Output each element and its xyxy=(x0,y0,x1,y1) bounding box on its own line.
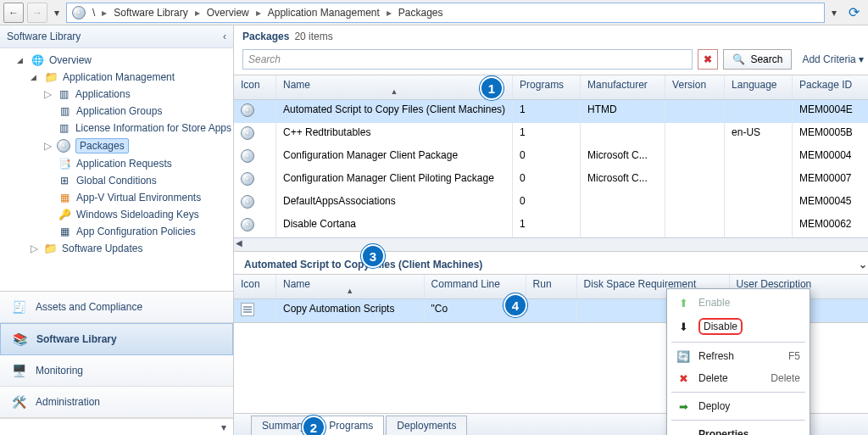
tree-overview[interactable]: 🌐Overview xyxy=(17,52,233,69)
deploy-icon: ➡ xyxy=(676,399,690,413)
col-package-id[interactable]: Package ID xyxy=(793,75,868,99)
blank-icon xyxy=(676,427,690,435)
license-icon: ▥ xyxy=(58,121,70,135)
tab-programs[interactable]: Programs xyxy=(318,415,384,435)
folder-icon: 📁 xyxy=(43,242,57,255)
table-row[interactable]: DefaultAppsAssociations0MEM00045 xyxy=(234,192,868,215)
tree-packages[interactable]: Packages xyxy=(44,137,233,155)
tree-license-info[interactable]: ▥License Information for Store Apps xyxy=(44,120,233,137)
callout-1: 1 xyxy=(480,76,504,100)
breadcrumb[interactable]: Application Management xyxy=(264,5,383,20)
tab-deployments[interactable]: Deployments xyxy=(386,415,467,435)
chevron-down-icon: ▾ xyxy=(856,53,864,65)
col-run[interactable]: Run xyxy=(526,275,577,298)
chevron-right-icon: ▸ xyxy=(387,7,392,19)
packages-header: Packages 20 items xyxy=(234,25,868,47)
col-language[interactable]: Language xyxy=(725,75,793,99)
left-sidebar: Software Library ‹ 🌐Overview 📁Applicatio… xyxy=(0,25,234,435)
search-button[interactable]: 🔍Search xyxy=(723,49,792,70)
sort-asc-icon: ▲ xyxy=(283,87,505,96)
package-icon xyxy=(241,195,254,209)
breadcrumb[interactable]: \ xyxy=(89,5,98,20)
table-row[interactable]: Configuration Manager Client Package0Mic… xyxy=(234,146,868,169)
tree-app-management[interactable]: 📁Application Management xyxy=(31,69,233,86)
menu-separator xyxy=(671,420,805,421)
menu-deploy[interactable]: ➡Deploy xyxy=(670,395,807,417)
collapse-detail-icon[interactable]: ⌄ xyxy=(859,259,867,270)
packages-count: 20 items xyxy=(294,31,332,42)
nav-tree: 🌐Overview 📁Application Management ▥Appli… xyxy=(0,48,233,291)
breadcrumb[interactable]: Overview xyxy=(203,5,253,20)
tree-software-updates[interactable]: 📁Software Updates xyxy=(31,240,233,257)
shortcut-label: F5 xyxy=(788,350,800,362)
menu-delete[interactable]: ✖DeleteDelete xyxy=(670,367,807,389)
folder-icon: 📁 xyxy=(44,70,58,84)
packages-grid: Icon Name▲ Programs Manufacturer Version… xyxy=(234,75,868,252)
package-icon xyxy=(72,6,86,20)
admin-icon: 🛠️ xyxy=(10,393,27,410)
workspace-switcher: 🧾Assets and Compliance 📚Software Library… xyxy=(0,291,233,435)
menu-enable: ⬆Enable xyxy=(670,292,807,314)
forward-button[interactable]: → xyxy=(27,3,47,23)
menu-properties[interactable]: Properties xyxy=(670,423,807,435)
col-name[interactable]: Name▲ xyxy=(276,275,425,298)
packages-title: Packages xyxy=(242,31,289,42)
tree-appv[interactable]: ▦App-V Virtual Environments xyxy=(44,189,233,206)
package-icon xyxy=(241,149,254,163)
tree-app-groups[interactable]: ▥Application Groups xyxy=(44,103,233,120)
search-icon: 🔍 xyxy=(732,53,745,65)
refresh-icon[interactable]: ⟳ xyxy=(843,4,865,20)
collapse-icon[interactable]: ‹ xyxy=(223,31,226,42)
package-icon xyxy=(241,126,254,140)
callout-2: 2 xyxy=(302,415,326,435)
horizontal-scrollbar[interactable] xyxy=(234,237,868,251)
chevron-right-icon: ▸ xyxy=(102,7,107,19)
table-row[interactable]: Configuration Manager Client Piloting Pa… xyxy=(234,169,868,192)
col-programs[interactable]: Programs xyxy=(513,75,581,99)
col-version[interactable]: Version xyxy=(665,75,725,99)
chevron-right-icon: ▸ xyxy=(195,7,200,19)
address-bar[interactable]: \ ▸ Software Library ▸ Overview ▸ Applic… xyxy=(66,3,825,23)
key-icon: 🔑 xyxy=(58,208,71,221)
back-button[interactable]: ← xyxy=(3,3,24,23)
requests-icon: 📑 xyxy=(58,157,71,170)
delete-icon: ✖ xyxy=(676,371,690,385)
workspace-software-library[interactable]: 📚Software Library xyxy=(0,323,233,355)
search-input[interactable]: Search xyxy=(242,49,693,70)
workspace-footer[interactable]: ▾ xyxy=(0,418,233,435)
monitor-icon: 🖥️ xyxy=(10,362,27,379)
refresh-icon: 🔄 xyxy=(676,349,690,363)
assets-icon: 🧾 xyxy=(10,298,27,315)
table-row[interactable]: Disable Cortana1MEM00062 xyxy=(234,215,868,237)
workspace-assets[interactable]: 🧾Assets and Compliance xyxy=(0,292,233,323)
col-icon[interactable]: Icon xyxy=(234,75,276,99)
tree-global-conditions[interactable]: ⊞Global Conditions xyxy=(44,172,233,189)
col-manufacturer[interactable]: Manufacturer xyxy=(581,75,665,99)
tree-sideloading[interactable]: 🔑Windows Sideloading Keys xyxy=(44,206,233,223)
package-icon xyxy=(241,218,254,231)
detail-title: Automated Script to Copy Files (Client M… xyxy=(234,252,868,274)
menu-refresh[interactable]: 🔄RefreshF5 xyxy=(670,345,807,367)
menu-disable[interactable]: ⬇Disable xyxy=(670,314,807,339)
tree-app-config[interactable]: ▦App Configuration Policies xyxy=(44,223,233,240)
clear-search-button[interactable]: ✖ xyxy=(698,49,718,70)
menu-separator xyxy=(671,342,805,343)
workspace-monitoring[interactable]: 🖥️Monitoring xyxy=(0,355,233,387)
address-dropdown[interactable]: ▾ xyxy=(828,7,840,19)
package-icon xyxy=(241,103,254,117)
table-row[interactable]: Automated Script to Copy Files (Client M… xyxy=(234,100,868,123)
col-name[interactable]: Name▲ xyxy=(276,75,513,99)
breadcrumb[interactable]: Packages xyxy=(395,5,447,20)
table-row[interactable]: C++ Redtributables1en-USMEM0005B xyxy=(234,123,868,146)
workspace-administration[interactable]: 🛠️Administration xyxy=(0,387,233,418)
history-dropdown[interactable]: ▾ xyxy=(51,7,63,19)
top-navbar: ← → ▾ \ ▸ Software Library ▸ Overview ▸ … xyxy=(0,0,868,25)
tree-applications[interactable]: ▥Applications xyxy=(44,86,233,103)
context-menu: ⬆Enable ⬇Disable 🔄RefreshF5 ✖DeleteDelet… xyxy=(666,288,810,435)
col-icon[interactable]: Icon xyxy=(234,275,276,298)
program-icon xyxy=(241,303,254,316)
breadcrumb[interactable]: Software Library xyxy=(110,5,191,20)
appv-icon: ▦ xyxy=(58,191,71,204)
add-criteria-dropdown[interactable]: Add Criteria ▾ xyxy=(797,53,868,65)
tree-app-requests[interactable]: 📑Application Requests xyxy=(44,155,233,172)
